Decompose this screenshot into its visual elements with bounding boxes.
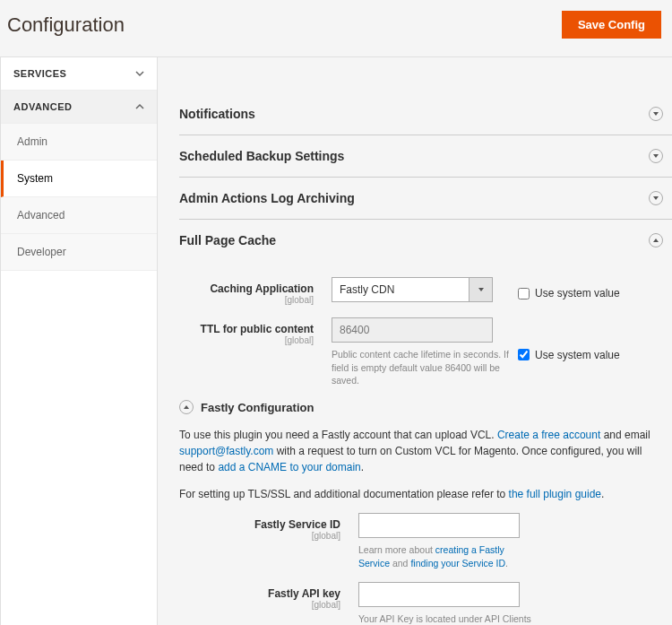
collapse-icon bbox=[649, 233, 663, 247]
sidebar-item-developer[interactable]: Developer bbox=[1, 234, 157, 271]
save-config-button[interactable]: Save Config bbox=[562, 11, 661, 39]
create-account-link[interactable]: Create a free account bbox=[497, 429, 600, 441]
section-title: Scheduled Backup Settings bbox=[179, 149, 344, 163]
section-title: Notifications bbox=[179, 107, 255, 121]
sidebar-section-label: ADVANCED bbox=[13, 101, 73, 112]
field-hint: Your API Key is located under API Client… bbox=[358, 612, 538, 625]
fastly-configuration-toggle[interactable]: Fastly Configuration bbox=[179, 400, 663, 414]
caching-application-select[interactable]: Fastly CDN bbox=[332, 277, 493, 302]
sidebar-section-services[interactable]: SERVICES bbox=[1, 57, 157, 91]
select-value: Fastly CDN bbox=[332, 283, 469, 296]
sidebar-item-system[interactable]: System bbox=[1, 161, 157, 197]
full-page-cache-content: Caching Application [global] Fastly CDN … bbox=[179, 261, 672, 625]
field-hint: Learn more about creating a Fastly Servi… bbox=[358, 543, 538, 569]
use-system-value-label: Use system value bbox=[535, 287, 620, 299]
sidebar-items: Admin System Advanced Developer bbox=[1, 124, 157, 271]
field-scope: [global] bbox=[206, 531, 340, 541]
fastly-description-1: To use this plugin you need a Fastly acc… bbox=[179, 427, 663, 475]
field-label: TTL for public content bbox=[179, 323, 314, 335]
page-title: Configuration bbox=[7, 13, 125, 37]
field-caching-application: Caching Application [global] Fastly CDN … bbox=[179, 277, 663, 305]
field-label: Fastly API key bbox=[206, 587, 340, 600]
section-title: Admin Actions Log Archiving bbox=[179, 191, 355, 205]
support-email-link[interactable]: support@fastly.com bbox=[179, 445, 273, 457]
field-scope: [global] bbox=[179, 295, 314, 305]
subsection-title: Fastly Configuration bbox=[201, 401, 314, 414]
sidebar-section-advanced[interactable]: ADVANCED bbox=[1, 91, 157, 124]
field-label: Caching Application bbox=[179, 282, 314, 295]
collapse-icon bbox=[179, 400, 194, 414]
chevron-down-icon bbox=[135, 69, 144, 78]
sidebar-section-label: SERVICES bbox=[13, 68, 66, 79]
field-ttl-public-content: TTL for public content [global] Public c… bbox=[179, 317, 663, 387]
sidebar-item-advanced[interactable]: Advanced bbox=[1, 197, 157, 234]
section-scheduled-backup[interactable]: Scheduled Backup Settings bbox=[179, 135, 672, 178]
chevron-up-icon bbox=[135, 102, 144, 111]
expand-icon bbox=[649, 191, 663, 205]
use-system-value-label: Use system value bbox=[535, 349, 620, 361]
fastly-api-key-input[interactable] bbox=[358, 582, 520, 607]
main-content: Notifications Scheduled Backup Settings … bbox=[158, 57, 672, 625]
field-hint: Public content cache lifetime in seconds… bbox=[332, 348, 511, 387]
field-scope: [global] bbox=[206, 600, 340, 610]
plugin-guide-link[interactable]: the full plugin guide bbox=[509, 488, 601, 500]
ttl-input bbox=[332, 317, 493, 343]
expand-icon bbox=[649, 149, 663, 163]
field-fastly-service-id: Fastly Service ID [global] Learn more ab… bbox=[206, 513, 663, 569]
sidebar-item-admin[interactable]: Admin bbox=[1, 124, 157, 161]
use-system-value-checkbox[interactable] bbox=[518, 288, 530, 299]
field-scope: [global] bbox=[179, 335, 314, 345]
finding-service-id-link[interactable]: finding your Service ID bbox=[410, 558, 505, 569]
dropdown-button[interactable] bbox=[469, 278, 492, 301]
section-full-page-cache[interactable]: Full Page Cache bbox=[179, 220, 672, 261]
field-fastly-api-key: Fastly API key [global] Your API Key is … bbox=[206, 582, 663, 625]
config-sidebar: SERVICES ADVANCED Admin System Advanced … bbox=[0, 57, 158, 625]
field-label: Fastly Service ID bbox=[206, 518, 340, 531]
fastly-service-id-input[interactable] bbox=[358, 513, 520, 538]
use-system-value-checkbox[interactable] bbox=[518, 349, 530, 360]
section-admin-log-archiving[interactable]: Admin Actions Log Archiving bbox=[179, 178, 672, 220]
section-notifications[interactable]: Notifications bbox=[179, 93, 672, 135]
expand-icon bbox=[649, 107, 663, 121]
section-title: Full Page Cache bbox=[179, 233, 276, 247]
cname-link[interactable]: add a CNAME to your domain bbox=[218, 461, 360, 473]
fastly-description-2: For setting up TLS/SSL and additional do… bbox=[179, 486, 663, 502]
